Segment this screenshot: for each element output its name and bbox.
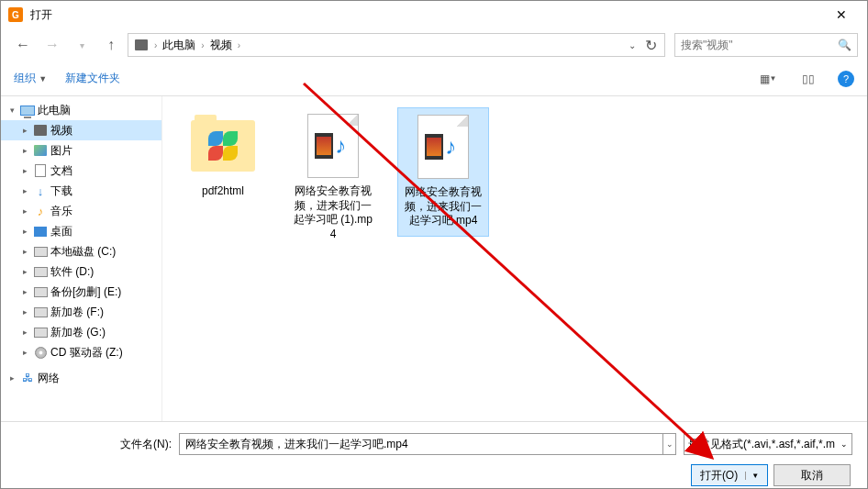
tree-drive-g[interactable]: 新加卷 (G:) bbox=[1, 322, 161, 342]
chevron-icon[interactable]: › bbox=[199, 40, 206, 50]
filename-label: 文件名(N): bbox=[16, 437, 172, 452]
breadcrumb-pc[interactable]: 此电脑 bbox=[161, 36, 197, 55]
chevron-icon[interactable]: › bbox=[236, 40, 242, 50]
nav-bar: ← → ▾ ↑ › 此电脑 › 视频 › ⌄ ↻ 🔍 bbox=[1, 28, 867, 61]
tree-documents[interactable]: 文档 bbox=[1, 161, 161, 181]
close-button[interactable]: ✕ bbox=[823, 2, 860, 28]
address-dropdown[interactable]: ⌄ bbox=[624, 32, 640, 58]
help-button[interactable]: ? bbox=[838, 71, 854, 87]
main-area: 此电脑 视频 图片 文档 ↓下载 ♪音乐 桌面 本地磁盘 (C:) 软件 (D:… bbox=[1, 96, 867, 421]
address-bar[interactable]: › 此电脑 › 视频 › ⌄ ↻ bbox=[128, 33, 665, 57]
tree-pc[interactable]: 此电脑 bbox=[1, 100, 161, 120]
tree-drive-f[interactable]: 新加卷 (F:) bbox=[1, 302, 161, 322]
organize-button[interactable]: 组织 ▼ bbox=[14, 71, 47, 86]
toolbar: 组织 ▼ 新建文件夹 ▦ ▼ ▯▯ ? bbox=[1, 61, 867, 96]
chevron-icon[interactable]: › bbox=[152, 40, 159, 50]
tree-desktop[interactable]: 桌面 bbox=[1, 221, 161, 241]
cancel-button[interactable]: 取消 bbox=[773, 464, 851, 486]
file-type-filter[interactable]: 最常见格式(*.avi,*.asf,*.aif,*.m⌄ bbox=[684, 433, 852, 455]
file-video-2[interactable]: ♪ 网络安全教育视频，进来我们一起学习吧.mp4 bbox=[397, 107, 489, 237]
tree-music[interactable]: ♪音乐 bbox=[1, 201, 161, 221]
folder-icon bbox=[190, 113, 256, 179]
file-label: 网络安全教育视频，进来我们一起学习吧.mp4 bbox=[402, 185, 484, 228]
tree-downloads[interactable]: ↓下载 bbox=[1, 181, 161, 201]
sidebar-tree[interactable]: 此电脑 视频 图片 文档 ↓下载 ♪音乐 桌面 本地磁盘 (C:) 软件 (D:… bbox=[1, 96, 162, 421]
view-options-button[interactable]: ▦ ▼ bbox=[757, 68, 779, 90]
file-list[interactable]: pdf2html ♪ 网络安全教育视频，进来我们一起学习吧 (1).mp4 ♪ … bbox=[162, 96, 867, 421]
tree-pictures[interactable]: 图片 bbox=[1, 140, 161, 161]
tree-drive-d[interactable]: 软件 (D:) bbox=[1, 261, 161, 282]
open-button[interactable]: 打开(O)▼ bbox=[691, 464, 768, 486]
tree-videos[interactable]: 视频 bbox=[1, 120, 161, 140]
refresh-button[interactable]: ↻ bbox=[640, 32, 661, 58]
video-file-icon: ♪ bbox=[300, 113, 366, 179]
file-video-1[interactable]: ♪ 网络安全教育视频，进来我们一起学习吧 (1).mp4 bbox=[287, 107, 379, 249]
preview-pane-button[interactable]: ▯▯ bbox=[797, 68, 819, 90]
file-label: 网络安全教育视频，进来我们一起学习吧 (1).mp4 bbox=[291, 184, 375, 241]
app-icon: G bbox=[8, 7, 23, 22]
file-label: pdf2html bbox=[181, 184, 265, 199]
forward-button[interactable]: → bbox=[39, 32, 65, 58]
tree-drive-c[interactable]: 本地磁盘 (C:) bbox=[1, 241, 161, 261]
video-file-icon: ♪ bbox=[410, 114, 476, 180]
search-box[interactable]: 🔍 bbox=[674, 33, 858, 57]
window-title: 打开 bbox=[30, 7, 823, 23]
footer: 文件名(N): ⌄ 最常见格式(*.avi,*.asf,*.aif,*.m⌄ 打… bbox=[1, 421, 867, 489]
back-button[interactable]: ← bbox=[10, 32, 36, 58]
tree-drive-e[interactable]: 备份[勿删] (E:) bbox=[1, 282, 161, 302]
filename-dropdown[interactable]: ⌄ bbox=[663, 433, 676, 455]
tree-network[interactable]: 🖧网络 bbox=[1, 368, 161, 388]
up-button[interactable]: ↑ bbox=[98, 32, 124, 58]
search-input[interactable] bbox=[681, 39, 838, 51]
recent-dropdown[interactable]: ▾ bbox=[69, 32, 95, 58]
breadcrumb-videos[interactable]: 视频 bbox=[208, 36, 234, 55]
video-location-icon bbox=[132, 36, 150, 54]
titlebar: G 打开 ✕ bbox=[1, 1, 867, 28]
file-folder-pdf2html[interactable]: pdf2html bbox=[177, 107, 269, 206]
tree-drive-z[interactable]: CD 驱动器 (Z:) bbox=[1, 342, 161, 362]
filename-input[interactable] bbox=[179, 433, 663, 455]
new-folder-button[interactable]: 新建文件夹 bbox=[65, 71, 120, 86]
search-icon[interactable]: 🔍 bbox=[838, 39, 851, 51]
